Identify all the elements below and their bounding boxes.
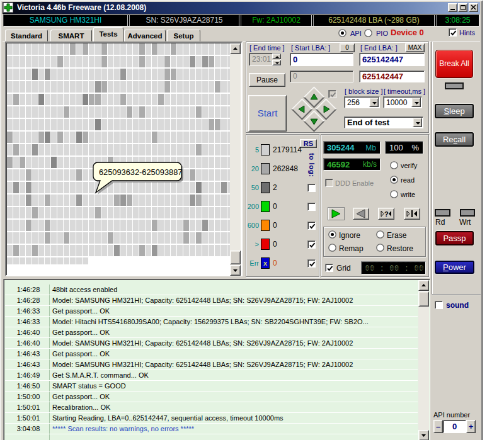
svg-text:625093632-625093887: 625093632-625093887 [99,167,182,177]
svg-text:?: ? [384,210,389,218]
